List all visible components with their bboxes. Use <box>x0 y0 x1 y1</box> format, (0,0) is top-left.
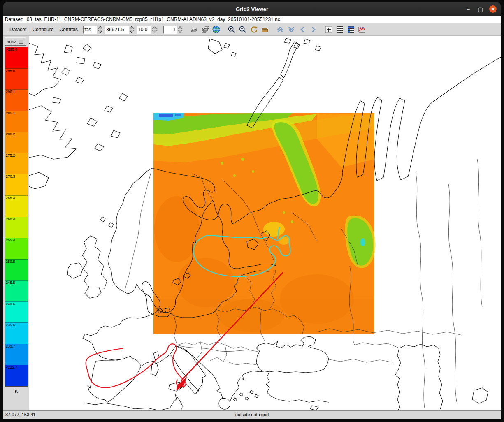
menu-dataset[interactable]: Dataset <box>7 25 29 34</box>
colorbar-segment: 250.5 <box>5 259 28 281</box>
colorbar: >295.0295.0290.1285.1280.2275.2270.3265.… <box>5 47 28 387</box>
colorbar-segment-label: 285.1 <box>6 111 15 115</box>
map-svg <box>29 36 501 410</box>
status-bar: 37.077, 153.41 outside data grid <box>3 410 501 419</box>
dataset-filename: 03_tas_EUR-11_CNRM-CERFACS-CNRM-CM5_rcp8… <box>27 16 280 22</box>
colorbar-segment: 295.0 <box>5 68 28 90</box>
main-area: horiz >295.0295.0290.1285.1280.2275.2270… <box>3 36 501 410</box>
menu-configure[interactable]: Configure <box>29 25 56 34</box>
red-contour <box>86 344 186 388</box>
colorbar-segment-label: 295.0 <box>6 69 15 73</box>
colorbar-segment: >295.0 <box>5 47 28 68</box>
add-icon[interactable] <box>323 24 334 35</box>
zoom-out-icon[interactable] <box>237 24 248 35</box>
colorbar-segment-label: >295.0 <box>6 47 17 51</box>
maximize-button[interactable]: ▢ <box>477 6 484 12</box>
right-icon[interactable] <box>308 24 319 35</box>
colorbar-segment: 240.6 <box>5 301 28 323</box>
time-field[interactable] <box>105 26 129 34</box>
frame-spinner[interactable] <box>178 26 182 33</box>
colorbar-segment: 290.1 <box>5 89 28 111</box>
colorbar-segment: 230.7 <box>5 344 28 365</box>
time-spinner[interactable] <box>130 26 134 33</box>
colorbar-segment-label: 260.4 <box>6 217 15 221</box>
view-mode-value: horiz <box>7 39 16 44</box>
colorbar-segment: 270.3 <box>5 174 28 195</box>
colorbar-segment-label: <225.7 <box>6 365 17 369</box>
status-message: outside data grid <box>235 412 269 417</box>
profile-plot-icon[interactable] <box>356 24 367 35</box>
app-window: Grid2 Viewer – ▢ ✕ Dataset: 03_tas_EUR-1… <box>0 0 504 422</box>
colorbar-segment-label: 275.2 <box>6 153 15 158</box>
cursor-coordinates: 37.077, 153.41 <box>5 412 35 417</box>
colorbar-segment-label: 280.2 <box>6 132 15 136</box>
window-controls: – ▢ ✕ <box>465 2 497 16</box>
colorbar-segment: 285.1 <box>5 111 28 132</box>
window-title: Grid2 Viewer <box>236 6 268 12</box>
variable-spinner[interactable] <box>98 26 102 33</box>
colorbar-segment-label: 265.3 <box>6 196 15 200</box>
colorbar-segment-label: 230.7 <box>6 344 15 348</box>
layers-icon[interactable] <box>200 24 211 35</box>
up-icon[interactable] <box>274 24 286 35</box>
grid-select-icon[interactable] <box>345 24 356 35</box>
dataset-bar: Dataset: 03_tas_EUR-11_CNRM-CERFACS-CNRM… <box>3 16 501 23</box>
undo-icon[interactable] <box>248 24 259 35</box>
down-icon[interactable] <box>286 24 297 35</box>
view-mode-dropdown[interactable]: horiz <box>5 37 26 46</box>
colorbar-segment: 265.3 <box>5 195 28 217</box>
menu-controls[interactable]: Controls <box>56 25 81 34</box>
map-canvas[interactable] <box>29 36 501 410</box>
colorbar-segment: 245.5 <box>5 280 28 301</box>
level-spinner[interactable] <box>152 26 157 33</box>
title-bar[interactable]: Grid2 Viewer – ▢ ✕ <box>3 2 501 16</box>
dataset-label: Dataset: <box>5 16 23 22</box>
variable-field[interactable] <box>83 26 97 34</box>
globe-icon[interactable] <box>211 24 222 35</box>
zoom-in-icon[interactable] <box>226 24 237 35</box>
toolbox-icon[interactable] <box>259 24 270 35</box>
colorbar-segment-label: 270.3 <box>6 174 15 179</box>
colorbar-segment: 280.2 <box>5 132 28 153</box>
close-button[interactable]: ✕ <box>489 5 497 13</box>
left-icon[interactable] <box>297 24 308 35</box>
layer-icon[interactable] <box>188 24 200 35</box>
colorbar-segment-label: 290.1 <box>6 90 15 94</box>
frame-field[interactable] <box>163 26 177 34</box>
colorbar-segment: 235.6 <box>5 322 28 344</box>
colorbar-unit: K <box>5 389 28 394</box>
colorbar-segment-label: 250.5 <box>6 260 15 264</box>
colorbar-segment: 255.4 <box>5 238 28 259</box>
minimize-button[interactable]: – <box>465 6 472 12</box>
colorbar-segment-label: 245.5 <box>6 281 15 285</box>
level-field[interactable] <box>137 26 151 34</box>
colorbar-segment-label: 255.4 <box>6 238 15 242</box>
grid-icon[interactable] <box>334 24 345 35</box>
temperature-raster <box>153 113 376 334</box>
colorbar-segment-label: 240.6 <box>6 302 15 306</box>
colorbar-segment: 260.4 <box>5 217 28 238</box>
colorbar-segment-label: 235.6 <box>6 323 15 327</box>
dropdown-indicator-icon <box>19 40 23 44</box>
colorbar-segment: <225.7 <box>5 365 28 386</box>
colorbar-segment: 275.2 <box>5 153 28 174</box>
toolbar: Dataset Configure Controls <box>3 23 501 36</box>
colorbar-panel: horiz >295.0295.0290.1285.1280.2275.2270… <box>3 36 29 410</box>
